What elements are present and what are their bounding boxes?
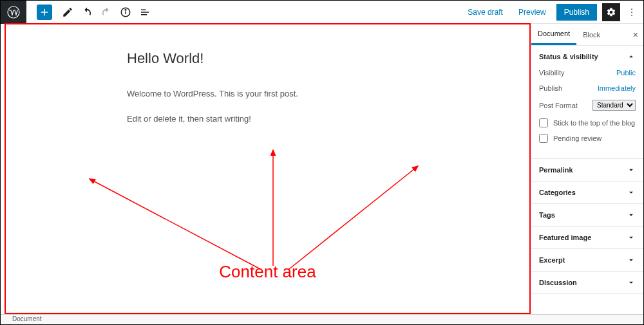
visibility-label: Visibility: [539, 69, 565, 77]
pending-checkbox[interactable]: [539, 134, 548, 143]
stick-checkbox[interactable]: [539, 118, 548, 127]
toolbar-tools: [26, 3, 159, 21]
plus-icon: [39, 6, 50, 18]
settings-sidebar: Document Block × Status & visibility Vis…: [531, 24, 643, 314]
tab-document[interactable]: Document: [531, 24, 576, 45]
status-visibility-panel: Status & visibility Visibility Public Pu…: [531, 46, 643, 159]
chevron-down-icon: [627, 188, 636, 197]
publish-button[interactable]: Publish: [556, 4, 597, 21]
outline-button[interactable]: [136, 3, 154, 21]
panel-title: Featured image: [539, 234, 591, 241]
annotation-label: Content area: [219, 262, 316, 282]
wordpress-logo[interactable]: [1, 1, 26, 24]
panel-title: Status & visibility: [539, 53, 598, 60]
save-draft-button[interactable]: Save draft: [462, 5, 508, 19]
svg-point-3: [125, 9, 126, 10]
gear-icon: [606, 7, 616, 17]
preview-button[interactable]: Preview: [513, 5, 551, 19]
tab-block[interactable]: Block: [576, 24, 607, 45]
topbar-actions: Save draft Preview Publish: [462, 3, 643, 21]
wordpress-icon: [7, 6, 20, 19]
info-icon: [120, 6, 131, 18]
panel-title: Tags: [539, 211, 555, 219]
info-button[interactable]: [117, 3, 135, 21]
svg-point-0: [8, 6, 19, 18]
featured-image-panel[interactable]: Featured image: [531, 227, 643, 249]
sidebar-tabs: Document Block ×: [531, 24, 643, 46]
undo-icon: [81, 6, 93, 18]
discussion-panel[interactable]: Discussion: [531, 272, 643, 294]
kebab-icon: [627, 7, 637, 17]
visibility-value[interactable]: Public: [616, 69, 636, 77]
edit-mode-button[interactable]: [59, 3, 77, 21]
add-block-button[interactable]: [37, 5, 52, 20]
svg-point-5: [631, 12, 632, 13]
editor-topbar: Save draft Preview Publish: [1, 1, 643, 24]
panel-title: Categories: [539, 189, 576, 196]
chevron-down-icon: [627, 210, 636, 219]
post-title[interactable]: Hello World!: [127, 50, 529, 67]
chevron-down-icon: [627, 255, 636, 265]
publish-label: Publish: [539, 84, 562, 92]
outline-icon: [139, 6, 151, 18]
breadcrumb[interactable]: Document: [12, 315, 42, 322]
content-area[interactable]: Hello World! Welcome to WordPress. This …: [5, 23, 531, 314]
post-paragraph[interactable]: Edit or delete it, then start writing!: [127, 114, 529, 124]
chevron-down-icon: [627, 233, 636, 242]
panel-title: Excerpt: [539, 256, 565, 264]
pending-row[interactable]: Pending review: [539, 134, 636, 143]
pending-label: Pending review: [553, 135, 601, 142]
excerpt-panel[interactable]: Excerpt: [531, 249, 643, 272]
panel-title: Discussion: [539, 279, 577, 286]
stick-label: Stick to the top of the blog: [553, 119, 635, 127]
chevron-down-icon: [627, 165, 636, 174]
svg-point-6: [631, 14, 632, 15]
publish-value[interactable]: Immediately: [598, 84, 636, 92]
svg-line-9: [289, 166, 418, 269]
pencil-icon: [62, 6, 73, 18]
categories-panel[interactable]: Categories: [531, 181, 643, 204]
undo-button[interactable]: [78, 3, 96, 21]
post-format-select[interactable]: Standard: [592, 100, 636, 111]
more-options-button[interactable]: [625, 3, 638, 21]
permalink-panel[interactable]: Permalink: [531, 159, 643, 181]
close-sidebar-button[interactable]: ×: [633, 30, 638, 40]
panel-title: Permalink: [539, 166, 573, 174]
chevron-up-icon[interactable]: [627, 52, 636, 61]
redo-button[interactable]: [97, 3, 115, 21]
stick-row[interactable]: Stick to the top of the blog: [539, 118, 636, 127]
svg-line-7: [90, 179, 260, 269]
chevron-down-icon: [627, 278, 636, 287]
settings-button[interactable]: [602, 3, 620, 21]
post-format-label: Post Format: [539, 102, 578, 109]
post-paragraph[interactable]: Welcome to WordPress. This is your first…: [127, 89, 529, 98]
status-bar: Document: [1, 314, 643, 324]
svg-point-4: [631, 8, 632, 10]
tags-panel[interactable]: Tags: [531, 204, 643, 227]
redo-icon: [100, 6, 112, 18]
